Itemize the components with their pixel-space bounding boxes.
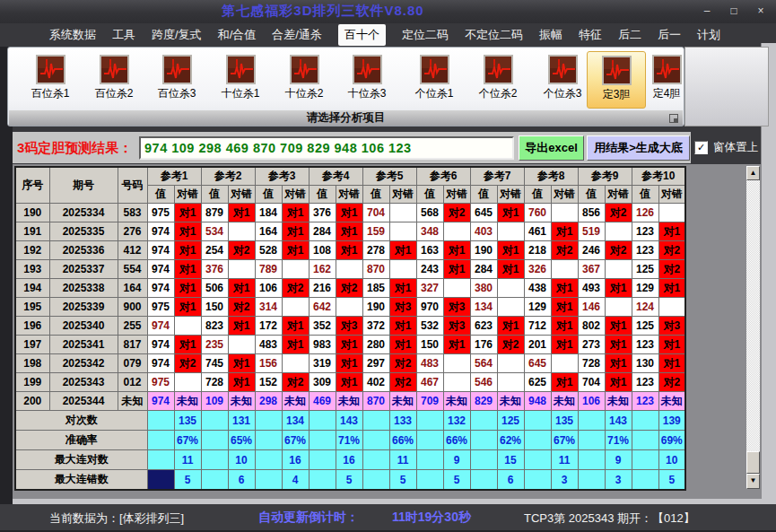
result-cell[interactable] (228, 222, 255, 241)
summary-result-cell[interactable]: 132 (443, 411, 470, 431)
toolbar-button[interactable]: 十位杀2 (275, 51, 334, 109)
summary-value-cell[interactable] (524, 431, 551, 450)
result-cell[interactable]: 对2 (389, 354, 416, 373)
value-cell[interactable]: 134 (470, 298, 497, 317)
value-cell[interactable]: 109 (201, 392, 228, 411)
value-cell[interactable]: 159 (362, 222, 389, 241)
value-cell[interactable]: 493 (578, 279, 605, 298)
result-cell[interactable]: 对2 (282, 279, 309, 298)
summary-value-cell[interactable] (255, 411, 282, 431)
value-cell[interactable]: 309 (309, 373, 336, 392)
result-cell[interactable] (389, 260, 416, 279)
value-cell[interactable]: 376 (201, 260, 228, 279)
summary-result-cell[interactable]: 10 (658, 450, 685, 470)
result-cell[interactable]: 对3 (443, 298, 470, 317)
summary-result-cell[interactable]: 134 (282, 411, 309, 431)
result-cell[interactable]: 对1 (228, 204, 255, 222)
result-cell[interactable]: 对1 (282, 317, 309, 336)
value-cell[interactable]: 970 (416, 298, 443, 317)
summary-value-cell[interactable] (362, 470, 389, 491)
value-cell[interactable]: 712 (524, 317, 551, 336)
value-cell[interactable]: 164 (255, 222, 282, 241)
result-cell[interactable]: 对2 (443, 204, 470, 222)
result-cell[interactable]: 对1 (551, 279, 578, 298)
toolbar-button[interactable]: 个位杀1 (405, 51, 464, 109)
result-cell[interactable]: 对3 (336, 317, 362, 336)
value-cell[interactable]: 126 (632, 204, 658, 222)
result-cell[interactable]: 未知 (282, 392, 309, 411)
value-cell[interactable]: 152 (255, 373, 282, 392)
result-cell[interactable]: 未知 (389, 392, 416, 411)
summary-result-cell[interactable]: 71% (605, 431, 632, 450)
value-cell[interactable]: 352 (309, 317, 336, 336)
value-cell[interactable]: 190 (362, 298, 389, 317)
value-cell[interactable]: 172 (255, 317, 282, 336)
summary-value-cell[interactable] (632, 470, 658, 491)
value-cell[interactable]: 974 (147, 241, 174, 260)
summary-result-cell[interactable]: 66% (389, 431, 416, 450)
value-cell[interactable]: 802 (578, 317, 605, 336)
value-cell[interactable]: 467 (416, 373, 443, 392)
value-cell[interactable]: 983 (309, 336, 336, 354)
summary-value-cell[interactable] (255, 431, 282, 450)
summary-result-cell[interactable]: 6 (497, 470, 524, 491)
result-cell[interactable]: 对1 (497, 260, 524, 279)
result-cell[interactable]: 对2 (605, 204, 632, 222)
result-cell[interactable] (605, 298, 632, 317)
result-cell[interactable]: 对2 (605, 241, 632, 260)
value-cell[interactable]: 745 (201, 354, 228, 373)
result-cell[interactable]: 对3 (658, 317, 685, 336)
result-cell[interactable]: 对1 (174, 336, 201, 354)
summary-value-cell[interactable] (416, 450, 443, 470)
result-cell[interactable]: 对2 (174, 354, 201, 373)
result-cell[interactable]: 未知 (551, 392, 578, 411)
menu-item[interactable]: 跨度/复式 (152, 27, 202, 43)
result-cell[interactable] (228, 336, 255, 354)
scroll-up-icon[interactable]: ▲ (746, 166, 760, 180)
value-cell[interactable]: 645 (470, 204, 497, 222)
summary-result-cell[interactable]: 5 (443, 470, 470, 491)
result-cell[interactable]: 对1 (551, 336, 578, 354)
value-cell[interactable]: 108 (309, 241, 336, 260)
summary-result-cell[interactable]: 11 (174, 450, 201, 470)
summary-value-cell[interactable] (524, 450, 551, 470)
summary-result-cell[interactable]: 5 (389, 470, 416, 491)
value-cell[interactable]: 124 (632, 298, 658, 317)
result-cell[interactable]: 对2 (658, 373, 685, 392)
toolbar-button[interactable]: 百位杀3 (147, 51, 206, 109)
result-cell[interactable]: 对1 (551, 373, 578, 392)
result-cell[interactable]: 对1 (497, 204, 524, 222)
result-cell[interactable] (551, 204, 578, 222)
result-cell[interactable] (174, 373, 201, 392)
value-cell[interactable]: 298 (255, 392, 282, 411)
value-cell[interactable]: 284 (470, 260, 497, 279)
result-cell[interactable]: 对1 (658, 279, 685, 298)
result-cell[interactable]: 对3 (443, 317, 470, 336)
value-cell[interactable]: 319 (309, 354, 336, 373)
summary-value-cell[interactable] (147, 450, 174, 470)
result-cell[interactable]: 对1 (336, 373, 362, 392)
result-cell[interactable]: 未知 (336, 392, 362, 411)
summary-value-cell[interactable] (578, 470, 605, 491)
value-cell[interactable]: 348 (416, 222, 443, 241)
summary-value-cell[interactable] (201, 450, 228, 470)
value-cell[interactable]: 129 (524, 298, 551, 317)
summary-value-cell[interactable] (309, 411, 336, 431)
vertical-scrollbar[interactable]: ▲ ▼ (746, 166, 760, 489)
summary-result-cell[interactable]: 15 (497, 450, 524, 470)
summary-result-cell[interactable]: 3 (551, 470, 578, 491)
value-cell[interactable]: 278 (362, 241, 389, 260)
summary-result-cell[interactable]: 69% (658, 431, 685, 450)
value-cell[interactable]: 150 (416, 336, 443, 354)
result-cell[interactable]: 未知 (228, 392, 255, 411)
summary-result-cell[interactable]: 143 (605, 411, 632, 431)
result-cell[interactable]: 对1 (336, 204, 362, 222)
value-cell[interactable]: 645 (524, 354, 551, 373)
value-cell[interactable]: 506 (201, 279, 228, 298)
summary-value-cell[interactable] (578, 431, 605, 450)
result-cell[interactable]: 对1 (605, 354, 632, 373)
value-cell[interactable]: 829 (470, 392, 497, 411)
result-cell[interactable]: 对1 (658, 354, 685, 373)
toolbar-button[interactable]: 个位杀3 (533, 51, 592, 109)
value-cell[interactable]: 123 (632, 222, 658, 241)
